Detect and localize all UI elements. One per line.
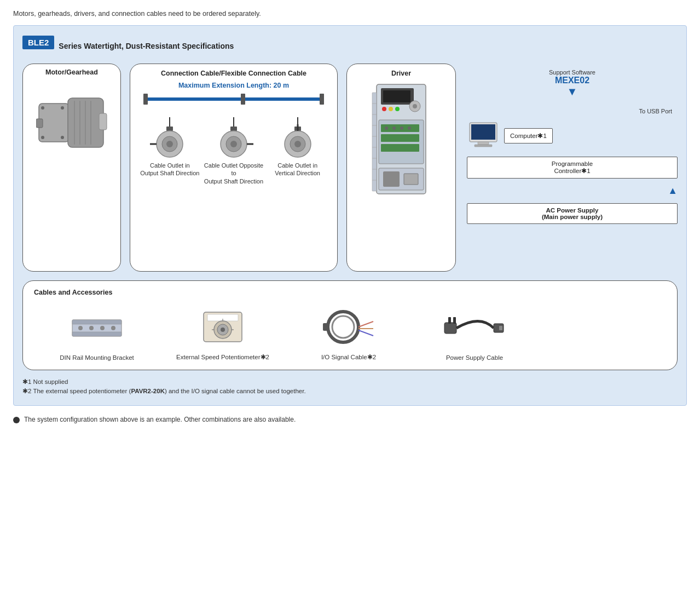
ble2-text: BLE2 — [28, 38, 49, 47]
cable-img-svg-3 — [276, 114, 320, 158]
svg-point-10 — [61, 106, 64, 110]
svg-point-65 — [78, 326, 83, 330]
mexe02-name: MEXE02 — [467, 76, 678, 85]
io-signal-svg — [319, 308, 379, 346]
svg-point-37 — [413, 104, 417, 108]
svg-point-43 — [392, 127, 396, 130]
fn2-model: PAVR2-20K — [131, 388, 165, 394]
bottom-note: The system configuration shown above is … — [13, 416, 687, 423]
computer-row: Computer✱1 — [467, 121, 678, 150]
power-supply-item: Power Supply Cable — [412, 306, 537, 361]
cable-dir-label-1: Cable Outlet inOutput Shaft Direction — [140, 162, 200, 177]
svg-point-42 — [385, 127, 388, 130]
svg-point-44 — [400, 127, 403, 130]
power-supply-name: Power Supply Cable — [412, 354, 537, 361]
svg-rect-13 — [166, 127, 173, 131]
svg-point-67 — [100, 326, 105, 330]
driver-column: Driver — [346, 64, 456, 272]
svg-rect-59 — [471, 124, 495, 140]
accessories-section: Cables and Accessories — [22, 280, 678, 370]
footnotes: ✱1 Not supplied ✱2 The external speed po… — [22, 378, 678, 395]
svg-rect-64 — [72, 332, 122, 336]
outer-diagram-box: BLE2 Series Watertight, Dust-Resistant S… — [13, 25, 687, 406]
cable-vertical-img — [276, 114, 320, 158]
ext-speed-name: External Speed Potentiometer✱2 — [160, 353, 286, 361]
accessories-items: DIN Rail Mounting Bracket — [34, 305, 666, 361]
svg-rect-83 — [444, 323, 456, 334]
svg-point-73 — [221, 328, 225, 332]
motor-gearhead-column: Motor/Gearhead — [22, 64, 121, 272]
io-signal-img — [316, 305, 381, 349]
svg-rect-41 — [381, 144, 419, 152]
power-supply-img — [442, 306, 507, 350]
fn2-suffix: ) and the I/O signal cable cannot be use… — [165, 388, 306, 394]
fn2-prefix: ✱2 The external speed potentiometer ( — [22, 388, 131, 394]
ac-power-box: AC Power Supply (Main power supply) — [467, 203, 678, 224]
svg-point-33 — [382, 107, 386, 111]
right-column: Support Software MEXE02 ▼ To USB Port — [456, 64, 678, 272]
svg-rect-87 — [499, 326, 502, 330]
footnote-1: ✱1 Not supplied — [22, 378, 678, 386]
svg-rect-19 — [230, 127, 237, 131]
footnote-2: ✱2 The external speed potentiometer (PAV… — [22, 387, 678, 395]
svg-point-45 — [408, 127, 411, 130]
svg-line-81 — [358, 330, 373, 336]
max-extension: Maximum Extension Length: 20 m — [138, 82, 329, 89]
driver-label: Driver — [355, 70, 448, 77]
ext-speed-img — [190, 305, 256, 349]
svg-point-11 — [61, 136, 64, 139]
svg-rect-63 — [72, 320, 122, 324]
svg-line-79 — [358, 321, 373, 327]
cable-mid — [241, 94, 245, 105]
svg-rect-49 — [372, 93, 377, 191]
cable-end-right — [320, 94, 324, 105]
cable-column: Connection Cable/Flexible Connection Cab… — [130, 64, 338, 272]
svg-rect-40 — [381, 134, 419, 142]
series-subtitle: Series Watertight, Dust-Resistant Specif… — [59, 42, 234, 50]
svg-point-22 — [230, 141, 237, 147]
driver-image — [371, 82, 431, 204]
svg-point-16 — [166, 141, 173, 147]
motor-label: Motor/Gearhead — [28, 68, 115, 76]
svg-rect-61 — [475, 145, 492, 147]
svg-point-78 — [332, 316, 354, 338]
cable-end-left — [143, 94, 148, 105]
support-software-label: Support Software — [467, 69, 678, 76]
power-supply-svg — [442, 309, 507, 347]
series-title: BLE2 Series Watertight, Dust-Resistant S… — [22, 36, 678, 56]
svg-point-9 — [41, 136, 44, 139]
svg-rect-47 — [383, 171, 400, 187]
top-note: Motors, gearheads, drivers, and connecti… — [13, 10, 687, 18]
io-signal-name: I/O Signal Cable✱2 — [286, 353, 412, 361]
svg-rect-84 — [448, 317, 451, 324]
ext-speed-item: External Speed Potentiometer✱2 — [160, 305, 286, 361]
dot-bullet-icon — [13, 417, 20, 423]
cable-directions: Cable Outlet inOutput Shaft Direction — [138, 114, 329, 185]
cable-dir-label-3: Cable Outlet inVertical Direction — [268, 162, 328, 177]
driver-svg — [371, 82, 431, 202]
bottom-note-text: The system configuration shown above is … — [24, 416, 296, 423]
cable-img-svg-2 — [212, 114, 256, 158]
arrow-down-software: ▼ — [467, 85, 678, 98]
cable-dir-vertical: Cable Outlet inVertical Direction — [268, 114, 328, 185]
motor-svg — [36, 87, 107, 158]
programmable-controller-box: Programmable Controller✱1 — [467, 157, 678, 179]
cable-dir-output-shaft: Cable Outlet inOutput Shaft Direction — [140, 114, 200, 185]
programmable-label: Programmable Controller✱1 — [552, 160, 593, 174]
svg-point-34 — [389, 107, 393, 111]
support-software-section: Support Software MEXE02 ▼ — [467, 69, 678, 98]
svg-rect-1 — [68, 98, 103, 147]
svg-point-28 — [294, 141, 301, 147]
cable-label: Connection Cable/Flexible Connection Cab… — [138, 70, 329, 77]
svg-rect-60 — [478, 142, 489, 145]
svg-rect-32 — [383, 90, 410, 102]
cable-dir-label-2: Cable Outlet Opposite toOutput Shaft Dir… — [204, 162, 264, 185]
accessories-label: Cables and Accessories — [34, 289, 666, 296]
svg-point-66 — [89, 326, 94, 330]
svg-rect-3 — [99, 113, 107, 130]
svg-rect-85 — [453, 317, 456, 324]
computer-box: Computer✱1 — [504, 128, 553, 143]
svg-rect-82 — [323, 323, 328, 331]
main-diagram: Motor/Gearhead — [22, 64, 678, 272]
motor-image — [36, 87, 107, 158]
